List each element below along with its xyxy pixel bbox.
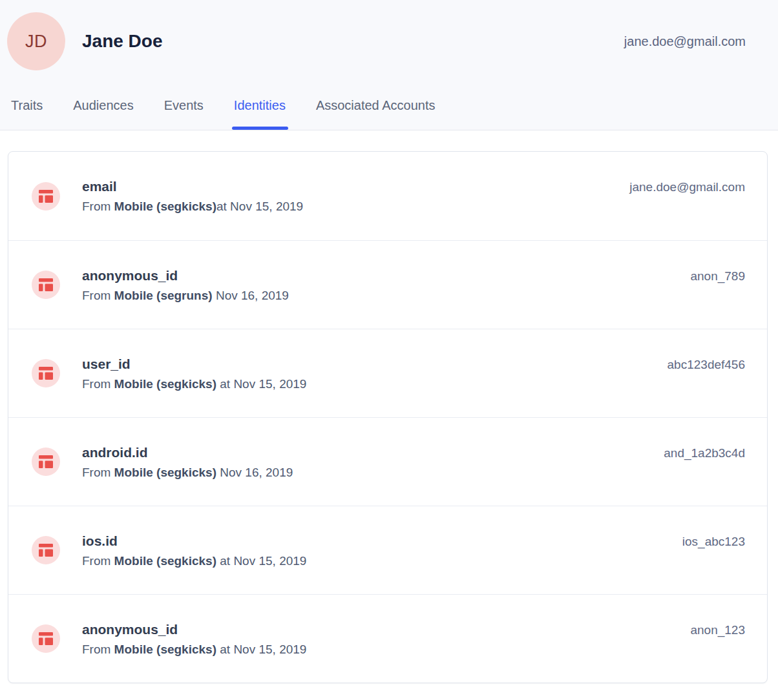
identity-text: ios.id From Mobile (segkicks) at Nov 15,… xyxy=(82,532,306,569)
identity-source-info: From Mobile (segkicks) at Nov 15, 2019 xyxy=(82,641,306,657)
layout-icon xyxy=(32,624,60,653)
identity-text: email From Mobile (segkicks)at Nov 15, 2… xyxy=(82,178,303,214)
identities-card: email From Mobile (segkicks)at Nov 15, 2… xyxy=(8,151,768,683)
identity-value: anon_123 xyxy=(690,623,745,637)
identity-row-ios-id: ios.id From Mobile (segkicks) at Nov 15,… xyxy=(8,506,767,594)
identity-row-anonymous-id-1: anonymous_id From Mobile (segruns) Nov 1… xyxy=(8,240,767,329)
tab-associated-accounts[interactable]: Associated Accounts xyxy=(316,98,436,130)
identity-name: anonymous_id xyxy=(82,267,289,284)
identity-row-anonymous-id-2: anonymous_id From Mobile (segkicks) at N… xyxy=(8,594,767,683)
layout-icon xyxy=(32,271,60,299)
active-tab-indicator xyxy=(232,127,288,130)
identity-name: android.id xyxy=(82,444,293,461)
tab-identities-label: Identities xyxy=(234,98,286,112)
identity-text: user_id From Mobile (segkicks) at Nov 15… xyxy=(82,355,306,392)
identity-name: ios.id xyxy=(82,532,306,550)
user-email: jane.doe@gmail.com xyxy=(624,34,746,49)
identity-text: android.id From Mobile (segkicks) Nov 16… xyxy=(82,444,293,480)
identity-value: anon_789 xyxy=(690,269,745,283)
tab-audiences[interactable]: Audiences xyxy=(73,98,133,130)
avatar-initials: JD xyxy=(25,32,47,52)
identity-name: user_id xyxy=(82,355,306,373)
identity-name: email xyxy=(82,178,303,195)
profile-header-top: JD Jane Doe jane.doe@gmail.com xyxy=(0,0,778,70)
identity-source-info: From Mobile (segkicks) at Nov 15, 2019 xyxy=(82,376,306,392)
identity-source-info: From Mobile (segkicks)at Nov 15, 2019 xyxy=(82,198,303,214)
avatar: JD xyxy=(7,12,65,70)
identity-source-info: From Mobile (segruns) Nov 16, 2019 xyxy=(82,287,289,304)
identities-panel: email From Mobile (segkicks)at Nov 15, 2… xyxy=(0,130,778,697)
user-name: Jane Doe xyxy=(82,31,163,52)
layout-icon xyxy=(32,359,60,387)
identity-source-info: From Mobile (segkicks) at Nov 15, 2019 xyxy=(82,553,306,569)
tab-traits[interactable]: Traits xyxy=(11,98,43,130)
tab-events[interactable]: Events xyxy=(164,98,204,130)
profile-header: JD Jane Doe jane.doe@gmail.com Traits Au… xyxy=(0,0,778,130)
identity-source-info: From Mobile (segkicks) Nov 16, 2019 xyxy=(82,464,293,480)
identity-name: anonymous_id xyxy=(82,621,306,638)
identity-value: abc123def456 xyxy=(668,358,745,372)
profile-tabs: Traits Audiences Events Identities Assoc… xyxy=(11,98,435,130)
layout-icon xyxy=(32,182,60,211)
identity-value: ios_abc123 xyxy=(682,535,745,549)
identity-value: and_1a2b3c4d xyxy=(664,446,745,460)
identity-row-android-id: android.id From Mobile (segkicks) Nov 16… xyxy=(8,417,767,506)
identity-row-email: email From Mobile (segkicks)at Nov 15, 2… xyxy=(8,152,767,240)
identity-value: jane.doe@gmail.com xyxy=(629,180,745,194)
layout-icon xyxy=(32,448,60,476)
layout-icon xyxy=(32,536,60,564)
identity-row-user-id: user_id From Mobile (segkicks) at Nov 15… xyxy=(8,329,767,417)
tab-identities[interactable]: Identities xyxy=(234,98,286,130)
identity-text: anonymous_id From Mobile (segkicks) at N… xyxy=(82,621,306,657)
identity-text: anonymous_id From Mobile (segruns) Nov 1… xyxy=(82,267,289,304)
